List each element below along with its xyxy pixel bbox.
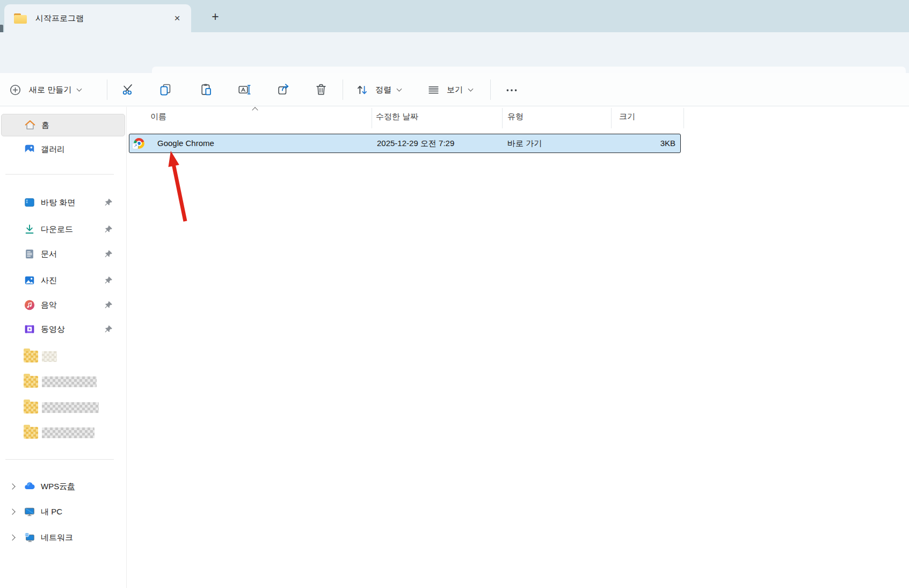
gallery-icon: [24, 143, 35, 155]
pictures-icon: [24, 274, 35, 286]
scissors-icon: [121, 83, 135, 97]
tab-close-button[interactable]: ×: [170, 11, 185, 26]
more-options-button[interactable]: [505, 83, 519, 97]
column-divider[interactable]: [502, 108, 503, 128]
file-modified: 2025-12-29 오전 7:29: [377, 139, 454, 149]
shortcut-arrow-icon: ↗: [133, 143, 138, 149]
monitor-icon: [24, 506, 35, 518]
delete-button[interactable]: [314, 83, 328, 97]
sidebar-item-redacted-folder[interactable]: [1, 371, 125, 393]
expand-chevron-icon[interactable]: [9, 534, 15, 540]
file-row-google-chrome[interactable]: ↗ Google Chrome 2025-12-29 오전 7:29 바로 가기…: [129, 134, 681, 153]
toolbar-divider: [107, 79, 107, 100]
explorer-tab[interactable]: 시작프로그램 ×: [4, 4, 191, 32]
share-icon: [277, 83, 290, 97]
sidebar-item-music[interactable]: 음악: [1, 294, 125, 316]
sort-icon: [355, 83, 369, 97]
sidebar-item-label: 내 PC: [41, 507, 62, 517]
desktop-folder-icon: [24, 197, 35, 208]
toolbar-divider: [490, 79, 491, 100]
sidebar-item-label: 다운로드: [41, 224, 73, 235]
file-type: 바로 가기: [507, 139, 542, 149]
file-explorer-window: 시작프로그램 × +: [0, 0, 909, 588]
sidebar-item-downloads[interactable]: 다운로드: [1, 218, 125, 241]
sidebar-item-label: 네트워크: [41, 533, 73, 543]
paste-button[interactable]: [199, 83, 213, 97]
sidebar-item-this-pc[interactable]: 내 PC: [1, 500, 125, 523]
rename-button[interactable]: [237, 83, 251, 97]
sidebar-divider: [5, 174, 114, 175]
expand-chevron-icon[interactable]: [9, 509, 15, 514]
sidebar-item-gallery[interactable]: 갤러리: [1, 138, 125, 161]
column-header-modified[interactable]: 수정한 날짜: [376, 112, 418, 122]
red-annotation-arrow: [161, 148, 199, 226]
sidebar-item-redacted-folder[interactable]: [1, 422, 125, 444]
column-header-type[interactable]: 유형: [507, 112, 523, 122]
sidebar-item-label: 사진: [41, 275, 57, 286]
network-icon: [24, 532, 35, 543]
sidebar-item-desktop[interactable]: 바탕 화면: [1, 191, 125, 214]
folder-icon: [24, 427, 38, 439]
redacted-label: [42, 402, 99, 413]
sidebar-item-network[interactable]: 네트워크: [1, 526, 125, 549]
music-icon: [24, 299, 35, 311]
sidebar-item-label: 갤러리: [41, 144, 65, 155]
pin-icon: [104, 276, 113, 285]
tab-strip: 시작프로그램 × +: [0, 0, 909, 32]
sidebar-item-redacted-folder[interactable]: [1, 396, 125, 419]
sidebar-item-label: 문서: [41, 249, 57, 259]
sort-button[interactable]: 정렬: [355, 73, 401, 106]
sidebar: 홈 갤러리 바탕 화면: [0, 107, 126, 588]
cloud-icon: [24, 481, 35, 492]
redacted-label: [42, 376, 97, 387]
chevron-down-icon: [397, 86, 402, 91]
sidebar-item-redacted-folder[interactable]: [1, 345, 125, 368]
file-name: Google Chrome: [157, 139, 214, 148]
sidebar-item-label: 음악: [41, 300, 57, 310]
sidebar-item-videos[interactable]: 동영상: [1, 318, 125, 340]
column-header-name[interactable]: 이름: [150, 112, 166, 122]
view-lines-icon: [427, 83, 440, 97]
navigation-bar: AppData Roaming Microsoft Windows 시작 메뉴 …: [0, 32, 909, 73]
column-divider[interactable]: [372, 108, 372, 128]
sidebar-item-label: 동영상: [41, 324, 65, 335]
view-button-label: 보기: [447, 85, 463, 95]
column-divider[interactable]: [683, 108, 684, 128]
videos-icon: [24, 323, 35, 335]
new-button[interactable]: 새로 만들기: [9, 73, 81, 106]
plus-circle-icon: [9, 83, 22, 97]
cut-button[interactable]: [121, 83, 135, 97]
pin-icon: [104, 225, 113, 234]
tab-title: 시작프로그램: [35, 13, 170, 24]
download-icon: [24, 223, 35, 235]
expand-chevron-icon[interactable]: [9, 483, 15, 489]
command-toolbar: 새로 만들기: [0, 73, 909, 106]
folder-icon: [24, 351, 38, 362]
pin-icon: [104, 301, 113, 309]
pin-icon: [104, 198, 113, 207]
chevron-down-icon: [468, 86, 474, 91]
sidebar-item-pictures[interactable]: 사진: [1, 269, 125, 292]
home-icon: [24, 119, 36, 131]
sidebar-divider: [5, 459, 114, 460]
column-divider[interactable]: [611, 108, 612, 128]
sidebar-item-label: 바탕 화면: [41, 198, 75, 208]
sidebar-content-divider: [126, 107, 127, 588]
pin-icon: [104, 250, 113, 258]
view-button[interactable]: 보기: [427, 73, 472, 106]
folder-icon: [24, 376, 38, 388]
new-tab-button[interactable]: +: [206, 8, 224, 26]
trash-icon: [314, 83, 328, 97]
redacted-label: [42, 351, 57, 362]
sidebar-item-home[interactable]: 홈: [1, 114, 125, 136]
pin-icon: [104, 325, 113, 333]
copy-icon: [158, 83, 172, 97]
sidebar-item-label: WPS云盘: [41, 482, 75, 492]
sidebar-item-documents[interactable]: 문서: [1, 243, 125, 265]
copy-button[interactable]: [158, 83, 172, 97]
document-icon: [24, 248, 35, 260]
column-header-size[interactable]: 크기: [619, 112, 635, 122]
sidebar-item-wps-cloud[interactable]: WPS云盘: [1, 475, 125, 498]
redacted-label: [42, 427, 94, 438]
share-button[interactable]: [277, 83, 290, 97]
